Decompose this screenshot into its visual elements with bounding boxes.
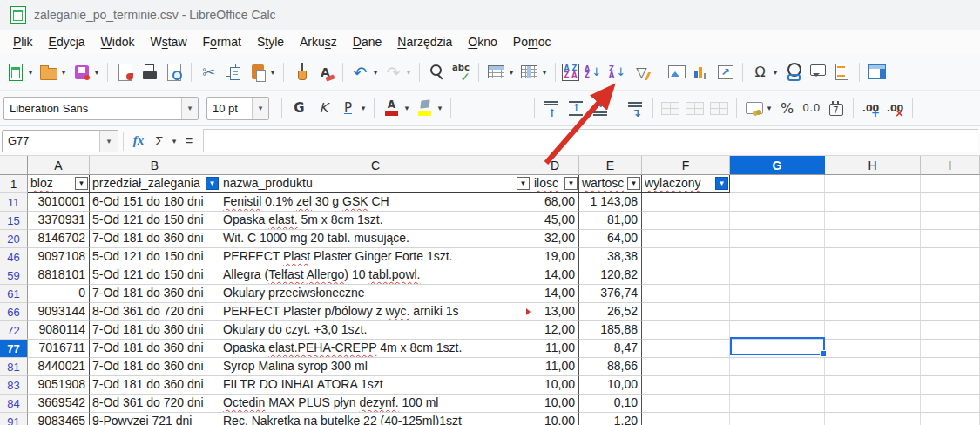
cell-d-46[interactable]: 19,00 (531, 248, 579, 266)
column-header-g[interactable]: G (730, 156, 825, 175)
underline-button[interactable]: P▾ (336, 97, 368, 120)
menu-arkusz[interactable]: Arkusz (292, 31, 345, 52)
cell-h-20[interactable] (825, 230, 921, 248)
cell-b-1[interactable]: przedział_zalegania▼ (90, 175, 220, 193)
column-header-e[interactable]: E (579, 156, 642, 175)
cell-d-1[interactable]: ilosc▼ (531, 175, 579, 193)
export-pdf-button[interactable] (113, 60, 137, 84)
row-header-91[interactable]: 91 (0, 413, 28, 425)
cell-b-83[interactable]: 7-Od 181 do 360 dni (90, 376, 220, 395)
row-header-72[interactable]: 72 (0, 321, 28, 340)
insert-hyperlink-button[interactable] (781, 60, 805, 84)
menu-style[interactable]: Style (249, 31, 292, 52)
cell-c-59[interactable]: Allegra (Telfast Allergo) 10 tabl.powl. (220, 266, 531, 285)
currency-dropdown-icon[interactable]: ▾ (765, 104, 774, 112)
cell-i-72[interactable] (921, 321, 980, 340)
cell-f-15[interactable] (642, 212, 730, 230)
autofilter-button-c[interactable]: ▼ (517, 177, 530, 190)
cell-h-81[interactable] (825, 358, 921, 376)
cell-g-1[interactable] (730, 175, 825, 193)
row-header-77[interactable]: 77 (0, 340, 28, 358)
insert-image-button[interactable] (665, 60, 688, 84)
cut-button[interactable] (197, 60, 220, 84)
cell-i-1[interactable] (921, 175, 980, 193)
cell-i-81[interactable] (921, 358, 980, 376)
cell-b-66[interactable]: 8-Od 361 do 720 dni (90, 303, 220, 321)
cell-b-46[interactable]: 5-Od 121 do 150 dni (90, 248, 220, 266)
find-replace-button[interactable] (425, 60, 449, 84)
cell-e-20[interactable]: 64,00 (579, 230, 642, 248)
cell-b-11[interactable]: 6-Od 151 do 180 dni (90, 193, 220, 212)
cell-e-46[interactable]: 38,38 (579, 248, 642, 266)
cell-i-11[interactable] (921, 193, 980, 212)
clone-formatting-button[interactable] (289, 60, 313, 84)
copy-button[interactable] (221, 60, 245, 84)
cell-a-83[interactable]: 9051908 (28, 376, 90, 395)
cell-h-84[interactable] (825, 395, 921, 413)
menu-edycja[interactable]: Edycja (41, 31, 93, 52)
cell-f-66[interactable] (642, 303, 730, 321)
cell-g-77[interactable] (730, 340, 825, 358)
menu-narzędzia[interactable]: Narzędzia (389, 31, 460, 52)
cell-e-77[interactable]: 8,47 (579, 340, 642, 358)
sort-ascending-button[interactable] (581, 60, 605, 84)
sum-dropdown-icon[interactable]: ▾ (170, 137, 179, 145)
percent-button[interactable]: % (775, 97, 799, 120)
cell-a-59[interactable]: 8818101 (28, 266, 90, 285)
cell-e-84[interactable]: 0,10 (579, 395, 642, 413)
cell-c-77[interactable]: Opaska elast.PEHA-CREPP 4m x 8cm 1szt. (220, 340, 531, 358)
font-name-combo-dropdown-icon[interactable]: ▾ (181, 98, 198, 119)
cell-d-83[interactable]: 10,00 (531, 376, 579, 395)
cell-b-20[interactable]: 7-Od 181 do 360 dni (90, 230, 220, 248)
cell-f-83[interactable] (642, 376, 730, 395)
cell-a-81[interactable]: 8440021 (28, 358, 90, 376)
cell-c-11[interactable]: Fenistil 0.1% zel 30 g GSK CH (220, 193, 531, 212)
align-left-button[interactable] (456, 97, 480, 120)
highlight-color-button[interactable]: ▾ (413, 97, 445, 120)
menu-plik[interactable]: Plik (5, 31, 41, 52)
cell-i-59[interactable] (921, 266, 980, 285)
cell-d-66[interactable]: 13,00 (531, 303, 579, 321)
cell-g-46[interactable] (730, 248, 825, 266)
columns-dropdown-icon[interactable]: ▾ (540, 68, 549, 77)
cell-c-83[interactable]: FILTR DO INHALATORA 1szt (220, 376, 531, 395)
cell-h-91[interactable] (825, 413, 921, 425)
cell-h-77[interactable] (825, 340, 921, 358)
sidebar-button[interactable] (865, 60, 889, 84)
select-all-corner[interactable] (0, 156, 28, 175)
cell-b-59[interactable]: 5-Od 121 do 150 dni (90, 266, 220, 285)
font-color-dropdown-icon[interactable]: ▾ (402, 104, 411, 112)
underline-dropdown-icon[interactable]: ▾ (359, 104, 368, 112)
cell-a-91[interactable]: 9083465 (28, 413, 90, 425)
row-header-20[interactable]: 20 (0, 230, 28, 248)
font-color-button[interactable]: ▾ (380, 97, 412, 120)
cell-h-59[interactable] (825, 266, 921, 285)
column-header-a[interactable]: A (28, 156, 90, 175)
cell-h-83[interactable] (825, 376, 921, 395)
cell-i-77[interactable] (921, 340, 980, 358)
column-header-i[interactable]: I (921, 156, 980, 175)
cell-a-15[interactable]: 3370931 (28, 212, 90, 230)
row-header-59[interactable]: 59 (0, 266, 28, 285)
cell-c-46[interactable]: PERFECT Plast Plaster Ginger Forte 1szt. (220, 248, 531, 266)
rows-button[interactable]: ▾ (484, 60, 517, 84)
number-format-button[interactable]: 0.0 (800, 97, 823, 120)
cell-d-20[interactable]: 32,00 (531, 230, 579, 248)
print-button[interactable] (138, 60, 161, 84)
cell-h-1[interactable] (825, 175, 921, 193)
add-decimal-button[interactable] (859, 97, 882, 120)
sum-button[interactable]: Σ (149, 130, 170, 152)
cell-f-46[interactable] (642, 248, 730, 266)
align-center-button[interactable] (481, 97, 504, 120)
cell-b-77[interactable]: 7-Od 181 do 360 dni (90, 340, 220, 358)
align-bottom-button[interactable] (589, 97, 612, 120)
autofilter-button[interactable] (630, 60, 653, 84)
cell-h-15[interactable] (825, 212, 921, 230)
insert-chart-button[interactable] (689, 60, 713, 84)
cell-a-72[interactable]: 9080114 (28, 321, 90, 340)
cell-a-46[interactable]: 9097108 (28, 248, 90, 266)
date-format-button[interactable] (824, 97, 848, 120)
formula-button[interactable]: = (179, 130, 199, 152)
autofilter-button-a[interactable]: ▼ (75, 177, 88, 190)
cell-g-15[interactable] (730, 212, 825, 230)
